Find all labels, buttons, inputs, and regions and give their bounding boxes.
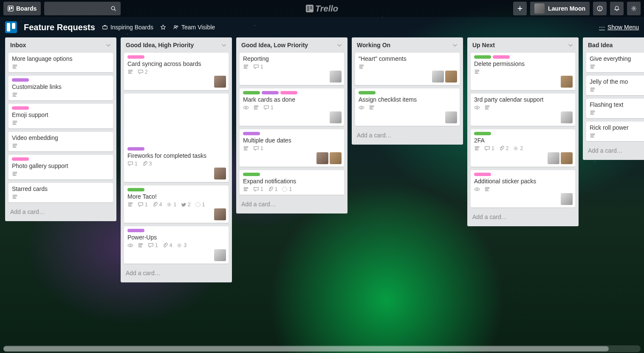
card[interactable]: Reporting1 <box>240 53 344 85</box>
card[interactable]: "Heart" comments <box>355 53 460 85</box>
attachment-icon <box>499 145 505 151</box>
list-title[interactable]: Working On <box>357 42 390 48</box>
card[interactable]: Delete permissions <box>471 53 575 90</box>
card[interactable]: Give everything <box>586 53 644 72</box>
member-avatar[interactable] <box>561 152 573 164</box>
label-purple[interactable] <box>127 229 144 232</box>
label-green[interactable] <box>127 188 144 191</box>
list-title[interactable]: Good Idea, High Priority <box>126 42 194 48</box>
description-icon <box>590 64 596 70</box>
user-menu[interactable]: Lauren Moon <box>530 2 590 15</box>
member-avatar[interactable] <box>445 111 457 123</box>
add-card-button[interactable]: Add a card… <box>240 198 344 210</box>
card[interactable]: Expand notifications111 <box>240 170 344 195</box>
show-menu-button[interactable]: ⋯ Show Menu <box>599 24 639 31</box>
list-menu-button[interactable] <box>105 42 111 48</box>
card[interactable]: Power-Ups143 <box>124 226 229 264</box>
card-title: Reporting <box>243 55 341 62</box>
label-purple[interactable] <box>262 91 279 94</box>
add-card-button[interactable]: Add a card… <box>355 129 460 141</box>
member-avatar[interactable] <box>432 71 444 83</box>
list: Up NextDelete permissions3rd party calen… <box>467 37 579 226</box>
info-button[interactable] <box>593 2 607 15</box>
card[interactable]: Fireworks for completed tasks13 <box>124 94 229 182</box>
card[interactable]: Assign checklist items <box>355 88 460 126</box>
label-pink[interactable] <box>474 173 491 176</box>
list-title[interactable]: Bad Idea <box>588 42 613 48</box>
card[interactable]: Jelly of the mo <box>586 76 644 95</box>
settings-button[interactable] <box>627 2 641 15</box>
label-green[interactable] <box>359 91 376 94</box>
card[interactable]: Rick roll power <box>586 122 644 141</box>
member-avatar[interactable] <box>214 76 226 88</box>
list-menu-button[interactable] <box>568 42 573 48</box>
member-avatar[interactable] <box>214 208 226 220</box>
visibility-button[interactable]: Team Visible <box>173 24 215 31</box>
list-menu-button[interactable] <box>452 42 458 48</box>
svg-line-4 <box>114 9 116 11</box>
search-input[interactable] <box>44 2 121 15</box>
card[interactable]: Card syncing across boards2 <box>124 53 229 90</box>
label-green[interactable] <box>474 132 491 135</box>
label-green[interactable] <box>474 55 491 59</box>
badge-count: 2 <box>520 145 523 151</box>
label-purple[interactable] <box>243 132 260 135</box>
card[interactable]: Starred cards <box>8 183 113 202</box>
member-avatar[interactable] <box>330 111 342 123</box>
member-avatar[interactable] <box>561 111 573 123</box>
member-avatar[interactable] <box>214 168 226 179</box>
label-pink[interactable] <box>12 157 29 161</box>
list-title[interactable]: Up Next <box>472 42 495 48</box>
add-card-button[interactable]: Add a card… <box>471 211 575 223</box>
visibility-label: Team Visible <box>181 24 215 31</box>
member-avatar[interactable] <box>561 76 573 88</box>
label-pink[interactable] <box>280 91 297 94</box>
card[interactable]: Customizable links <box>8 76 113 100</box>
card[interactable]: Video embedding <box>8 132 113 151</box>
horizontal-scrollbar[interactable] <box>3 345 641 352</box>
card[interactable]: Mark cards as done1 <box>240 88 344 126</box>
gear-icon <box>513 145 519 151</box>
card[interactable]: Additional sticker packs <box>471 170 575 208</box>
card[interactable]: More Taco!14121 <box>124 185 229 223</box>
label-pink[interactable] <box>127 55 144 59</box>
label-pink[interactable] <box>493 55 510 59</box>
list-menu-button[interactable] <box>221 42 227 48</box>
label-purple[interactable] <box>12 78 29 82</box>
add-card-button[interactable]: Add a card… <box>8 206 113 218</box>
card[interactable]: 3rd party calendar support <box>471 94 575 126</box>
label-pink[interactable] <box>12 106 29 110</box>
member-avatar[interactable] <box>445 71 457 83</box>
add-card-button[interactable]: Add a card… <box>124 267 229 279</box>
card[interactable]: Emoji support <box>8 104 113 128</box>
list-title[interactable]: Inbox <box>10 42 26 48</box>
member-avatar[interactable] <box>330 71 342 83</box>
card[interactable]: Photo gallery support <box>8 155 113 179</box>
search-icon <box>110 6 116 11</box>
board-canvas[interactable]: InboxMore language optionsCustomizable l… <box>0 37 644 287</box>
member-avatar[interactable] <box>561 193 573 205</box>
card[interactable]: Flashing text <box>586 99 644 118</box>
label-green[interactable] <box>243 91 260 94</box>
list-title[interactable]: Good Idea, Low Priority <box>241 42 308 48</box>
member-avatar[interactable] <box>316 152 328 164</box>
create-button[interactable] <box>513 2 527 15</box>
star-button[interactable] <box>160 24 166 30</box>
board-title[interactable]: Feature Requests <box>24 23 95 32</box>
add-card-button[interactable]: Add a card… <box>586 145 644 157</box>
card-labels <box>359 91 456 94</box>
boards-button[interactable]: Boards <box>3 2 41 15</box>
card[interactable]: More language options <box>8 53 113 72</box>
notifications-button[interactable] <box>610 2 624 15</box>
card[interactable]: 2FA122 <box>471 129 575 167</box>
member-avatar[interactable] <box>214 249 226 261</box>
comments-icon <box>138 69 144 75</box>
team-link[interactable]: Inspiring Boards <box>102 24 153 31</box>
trello-logo[interactable]: Trello <box>306 4 338 14</box>
label-green[interactable] <box>243 173 260 176</box>
label-purple[interactable] <box>127 147 144 151</box>
member-avatar[interactable] <box>330 152 342 164</box>
member-avatar[interactable] <box>548 152 559 164</box>
card[interactable]: Multiple due dates1 <box>240 129 344 167</box>
list-menu-button[interactable] <box>336 42 342 48</box>
